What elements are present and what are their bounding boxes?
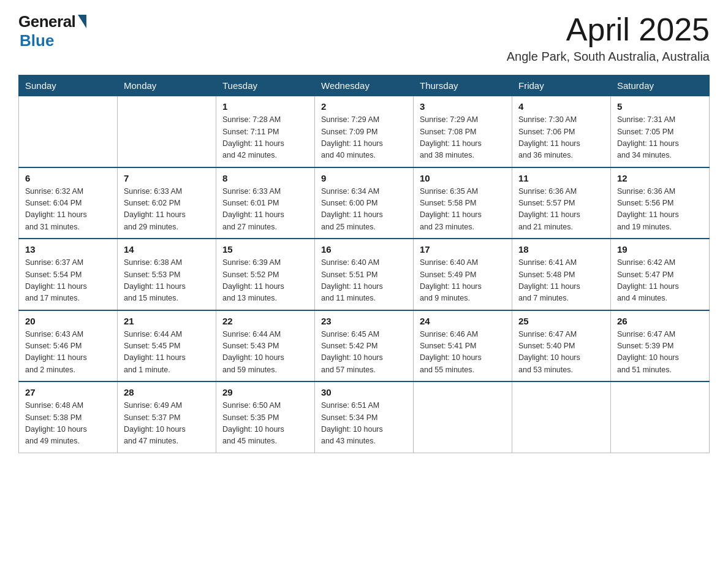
calendar-day-cell: 22Sunrise: 6:44 AMSunset: 5:43 PMDayligh… bbox=[216, 310, 315, 382]
calendar-day-cell: 5Sunrise: 7:31 AMSunset: 7:05 PMDaylight… bbox=[611, 96, 710, 167]
day-info: Sunrise: 7:28 AMSunset: 7:11 PMDaylight:… bbox=[222, 114, 308, 162]
calendar-week-row: 27Sunrise: 6:48 AMSunset: 5:38 PMDayligh… bbox=[19, 381, 710, 453]
day-info: Sunrise: 6:38 AMSunset: 5:53 PMDaylight:… bbox=[124, 257, 210, 305]
day-info: Sunrise: 6:50 AMSunset: 5:35 PMDaylight:… bbox=[222, 400, 308, 448]
calendar-day-cell: 16Sunrise: 6:40 AMSunset: 5:51 PMDayligh… bbox=[315, 239, 414, 310]
calendar-week-row: 1Sunrise: 7:28 AMSunset: 7:11 PMDaylight… bbox=[19, 96, 710, 167]
day-info: Sunrise: 6:34 AMSunset: 6:00 PMDaylight:… bbox=[321, 186, 407, 234]
calendar-day-cell: 8Sunrise: 6:33 AMSunset: 6:01 PMDaylight… bbox=[216, 167, 315, 239]
day-number: 14 bbox=[124, 244, 210, 255]
day-number: 21 bbox=[124, 316, 210, 326]
calendar-day-cell: 17Sunrise: 6:40 AMSunset: 5:49 PMDayligh… bbox=[414, 239, 512, 310]
weekday-header-monday: Monday bbox=[118, 75, 216, 96]
calendar-day-cell: 3Sunrise: 7:29 AMSunset: 7:08 PMDaylight… bbox=[414, 96, 512, 167]
calendar-day-cell: 1Sunrise: 7:28 AMSunset: 7:11 PMDaylight… bbox=[216, 96, 315, 167]
day-info: Sunrise: 6:33 AMSunset: 6:02 PMDaylight:… bbox=[124, 186, 210, 234]
day-info: Sunrise: 6:40 AMSunset: 5:49 PMDaylight:… bbox=[420, 257, 506, 305]
day-number: 25 bbox=[518, 316, 604, 326]
empty-cell bbox=[19, 96, 118, 167]
weekday-header-wednesday: Wednesday bbox=[315, 75, 414, 96]
day-number: 26 bbox=[617, 316, 703, 326]
weekday-header-saturday: Saturday bbox=[611, 75, 710, 96]
day-number: 13 bbox=[25, 244, 111, 255]
day-number: 20 bbox=[25, 316, 111, 326]
day-info: Sunrise: 7:31 AMSunset: 7:05 PMDaylight:… bbox=[617, 114, 703, 162]
calendar-day-cell: 11Sunrise: 6:36 AMSunset: 5:57 PMDayligh… bbox=[512, 167, 611, 239]
location-title: Angle Park, South Australia, Australia bbox=[507, 50, 710, 64]
day-number: 8 bbox=[222, 173, 308, 183]
day-number: 5 bbox=[617, 101, 703, 112]
calendar-day-cell: 20Sunrise: 6:43 AMSunset: 5:46 PMDayligh… bbox=[19, 310, 118, 382]
day-info: Sunrise: 6:47 AMSunset: 5:39 PMDaylight:… bbox=[617, 329, 703, 377]
day-number: 22 bbox=[222, 316, 308, 326]
empty-cell bbox=[118, 96, 216, 167]
month-title: April 2025 bbox=[507, 12, 710, 47]
weekday-header-tuesday: Tuesday bbox=[216, 75, 315, 96]
day-number: 2 bbox=[321, 101, 407, 112]
calendar-day-cell: 18Sunrise: 6:41 AMSunset: 5:48 PMDayligh… bbox=[512, 239, 611, 310]
calendar-header-row: SundayMondayTuesdayWednesdayThursdayFrid… bbox=[19, 75, 710, 96]
day-info: Sunrise: 6:42 AMSunset: 5:47 PMDaylight:… bbox=[617, 257, 703, 305]
calendar-week-row: 6Sunrise: 6:32 AMSunset: 6:04 PMDaylight… bbox=[19, 167, 710, 239]
calendar-day-cell: 12Sunrise: 6:36 AMSunset: 5:56 PMDayligh… bbox=[611, 167, 710, 239]
day-number: 30 bbox=[321, 387, 407, 397]
day-info: Sunrise: 6:44 AMSunset: 5:45 PMDaylight:… bbox=[124, 329, 210, 377]
day-info: Sunrise: 6:46 AMSunset: 5:41 PMDaylight:… bbox=[420, 329, 506, 377]
day-number: 16 bbox=[321, 244, 407, 255]
calendar-day-cell: 9Sunrise: 6:34 AMSunset: 6:00 PMDaylight… bbox=[315, 167, 414, 239]
weekday-header-sunday: Sunday bbox=[19, 75, 118, 96]
day-number: 4 bbox=[518, 101, 604, 112]
day-number: 19 bbox=[617, 244, 703, 255]
empty-cell bbox=[611, 381, 710, 453]
day-number: 7 bbox=[124, 173, 210, 183]
calendar-day-cell: 19Sunrise: 6:42 AMSunset: 5:47 PMDayligh… bbox=[611, 239, 710, 310]
day-number: 29 bbox=[222, 387, 308, 397]
calendar-table: SundayMondayTuesdayWednesdayThursdayFrid… bbox=[18, 75, 710, 453]
day-number: 9 bbox=[321, 173, 407, 183]
day-number: 18 bbox=[518, 244, 604, 255]
calendar-day-cell: 21Sunrise: 6:44 AMSunset: 5:45 PMDayligh… bbox=[118, 310, 216, 382]
day-info: Sunrise: 6:37 AMSunset: 5:54 PMDaylight:… bbox=[25, 257, 111, 305]
calendar-day-cell: 10Sunrise: 6:35 AMSunset: 5:58 PMDayligh… bbox=[414, 167, 512, 239]
day-number: 17 bbox=[420, 244, 506, 255]
logo: General Blue bbox=[18, 12, 86, 50]
calendar-day-cell: 14Sunrise: 6:38 AMSunset: 5:53 PMDayligh… bbox=[118, 239, 216, 310]
weekday-header-friday: Friday bbox=[512, 75, 611, 96]
day-info: Sunrise: 6:36 AMSunset: 5:57 PMDaylight:… bbox=[518, 186, 604, 234]
day-info: Sunrise: 6:48 AMSunset: 5:38 PMDaylight:… bbox=[25, 400, 111, 448]
day-number: 10 bbox=[420, 173, 506, 183]
calendar-day-cell: 28Sunrise: 6:49 AMSunset: 5:37 PMDayligh… bbox=[118, 381, 216, 453]
calendar-day-cell: 29Sunrise: 6:50 AMSunset: 5:35 PMDayligh… bbox=[216, 381, 315, 453]
weekday-header-thursday: Thursday bbox=[414, 75, 512, 96]
day-info: Sunrise: 6:41 AMSunset: 5:48 PMDaylight:… bbox=[518, 257, 604, 305]
day-number: 6 bbox=[25, 173, 111, 183]
calendar-day-cell: 13Sunrise: 6:37 AMSunset: 5:54 PMDayligh… bbox=[19, 239, 118, 310]
page-header: General Blue April 2025 Angle Park, Sout… bbox=[18, 12, 710, 64]
day-info: Sunrise: 7:29 AMSunset: 7:09 PMDaylight:… bbox=[321, 114, 407, 162]
calendar-day-cell: 26Sunrise: 6:47 AMSunset: 5:39 PMDayligh… bbox=[611, 310, 710, 382]
calendar-week-row: 20Sunrise: 6:43 AMSunset: 5:46 PMDayligh… bbox=[19, 310, 710, 382]
day-info: Sunrise: 6:36 AMSunset: 5:56 PMDaylight:… bbox=[617, 186, 703, 234]
logo-blue-text: Blue bbox=[20, 31, 54, 50]
day-info: Sunrise: 6:47 AMSunset: 5:40 PMDaylight:… bbox=[518, 329, 604, 377]
calendar-day-cell: 27Sunrise: 6:48 AMSunset: 5:38 PMDayligh… bbox=[19, 381, 118, 453]
calendar-day-cell: 2Sunrise: 7:29 AMSunset: 7:09 PMDaylight… bbox=[315, 96, 414, 167]
calendar-day-cell: 30Sunrise: 6:51 AMSunset: 5:34 PMDayligh… bbox=[315, 381, 414, 453]
calendar-day-cell: 23Sunrise: 6:45 AMSunset: 5:42 PMDayligh… bbox=[315, 310, 414, 382]
day-info: Sunrise: 6:43 AMSunset: 5:46 PMDaylight:… bbox=[25, 329, 111, 377]
calendar-day-cell: 24Sunrise: 6:46 AMSunset: 5:41 PMDayligh… bbox=[414, 310, 512, 382]
calendar-day-cell: 25Sunrise: 6:47 AMSunset: 5:40 PMDayligh… bbox=[512, 310, 611, 382]
logo-general-text: General bbox=[18, 12, 75, 31]
day-number: 27 bbox=[25, 387, 111, 397]
day-info: Sunrise: 7:29 AMSunset: 7:08 PMDaylight:… bbox=[420, 114, 506, 162]
calendar-day-cell: 6Sunrise: 6:32 AMSunset: 6:04 PMDaylight… bbox=[19, 167, 118, 239]
day-info: Sunrise: 7:30 AMSunset: 7:06 PMDaylight:… bbox=[518, 114, 604, 162]
calendar-day-cell: 4Sunrise: 7:30 AMSunset: 7:06 PMDaylight… bbox=[512, 96, 611, 167]
day-info: Sunrise: 6:44 AMSunset: 5:43 PMDaylight:… bbox=[222, 329, 308, 377]
day-info: Sunrise: 6:33 AMSunset: 6:01 PMDaylight:… bbox=[222, 186, 308, 234]
day-number: 15 bbox=[222, 244, 308, 255]
day-number: 23 bbox=[321, 316, 407, 326]
day-info: Sunrise: 6:45 AMSunset: 5:42 PMDaylight:… bbox=[321, 329, 407, 377]
logo-arrow-icon bbox=[78, 15, 86, 28]
day-number: 11 bbox=[518, 173, 604, 183]
